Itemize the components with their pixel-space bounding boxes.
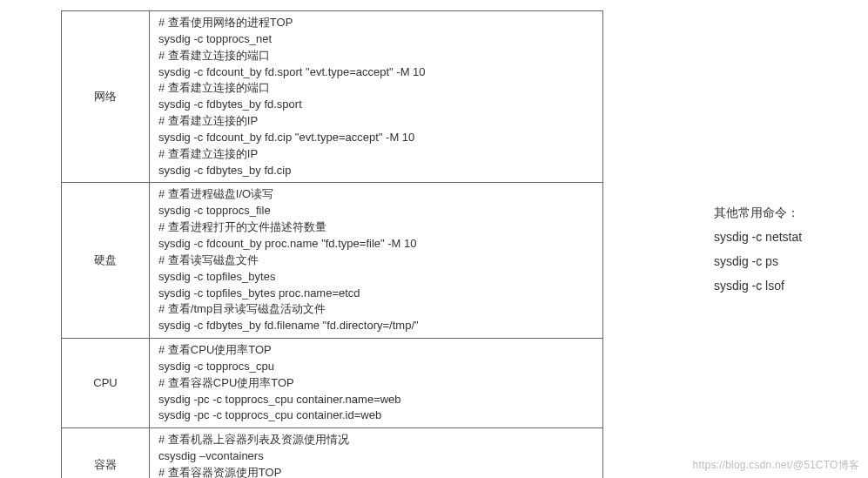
code-line: sysdig -c fdbytes_by fd.filename "fd.dir…	[158, 318, 594, 334]
code-line: sysdig -pc -c topprocs_cpu container.id=…	[158, 407, 594, 424]
code-line: sysdig -c fdcount_by proc.name "fd.type=…	[158, 236, 594, 252]
main-wrap: 网络# 查看使用网络的进程TOPsysdig -c topprocs_net# …	[61, 10, 603, 478]
side-line: sysdig -c netstat	[714, 225, 802, 249]
side-line: sysdig -c ps	[714, 249, 802, 273]
commands-table: 网络# 查看使用网络的进程TOPsysdig -c topprocs_net# …	[61, 10, 603, 478]
category-cell: 网络	[62, 11, 150, 183]
category-cell: 容器	[62, 428, 150, 478]
code-line: # 查看建立连接的IP	[158, 113, 594, 130]
code-line: # 查看进程打开的文件描述符数量	[158, 219, 594, 236]
code-line: sysdig -c fdbytes_by fd.sport	[158, 97, 594, 113]
code-line: # 查看容器CPU使用率TOP	[158, 375, 594, 392]
side-lines: sysdig -c netstatsysdig -c pssysdig -c l…	[714, 225, 802, 298]
code-line: sysdig -c fdbytes_by fd.cip	[158, 163, 594, 179]
code-cell: # 查看机器上容器列表及资源使用情况csysdig –vcontainers# …	[150, 428, 603, 478]
code-cell: # 查看使用网络的进程TOPsysdig -c topprocs_net# 查看…	[150, 11, 603, 183]
code-line: sysdig -c fdcount_by fd.sport "evt.type=…	[158, 64, 594, 81]
table-row: 硬盘# 查看进程磁盘I/O读写sysdig -c topprocs_file# …	[62, 183, 603, 339]
code-line: sysdig -c topprocs_net	[158, 31, 594, 48]
side-title: 其他常用命令：	[714, 200, 802, 225]
table-row: CPU# 查看CPU使用率TOPsysdig -c topprocs_cpu# …	[62, 339, 603, 428]
commands-tbody: 网络# 查看使用网络的进程TOPsysdig -c topprocs_net# …	[62, 11, 603, 479]
category-cell: CPU	[62, 339, 150, 428]
table-row: 容器# 查看机器上容器列表及资源使用情况csysdig –vcontainers…	[62, 428, 603, 478]
side-line: sysdig -c lsof	[714, 273, 802, 298]
code-line: # 查看建立连接的端口	[158, 80, 594, 97]
code-line: sysdig -c topfiles_bytes	[158, 269, 594, 286]
code-line: # 查看CPU使用率TOP	[158, 342, 594, 359]
table-row: 网络# 查看使用网络的进程TOPsysdig -c topprocs_net# …	[62, 11, 603, 183]
code-line: # 查看使用网络的进程TOP	[158, 15, 594, 31]
code-line: sysdig -pc -c topprocs_cpu container.nam…	[158, 392, 594, 408]
code-line: sysdig -c topprocs_file	[158, 203, 594, 219]
code-line: # 查看容器资源使用TOP	[158, 465, 594, 478]
code-line: # 查看/tmp目录读写磁盘活动文件	[158, 301, 594, 318]
side-panel: 其他常用命令： sysdig -c netstatsysdig -c pssys…	[714, 200, 802, 298]
code-line: sysdig -c fdcount_by fd.cip "evt.type=ac…	[158, 130, 594, 146]
watermark: https://blog.csdn.net/@51CTO博客	[693, 458, 859, 473]
category-cell: 硬盘	[62, 183, 150, 339]
code-line: # 查看读写磁盘文件	[158, 252, 594, 269]
code-line: # 查看建立连接的端口	[158, 48, 594, 64]
code-line: sysdig -c topfiles_bytes proc.name=etcd	[158, 286, 594, 302]
code-line: # 查看机器上容器列表及资源使用情况	[158, 432, 594, 448]
code-line: csysdig –vcontainers	[158, 448, 594, 465]
code-cell: # 查看CPU使用率TOPsysdig -c topprocs_cpu# 查看容…	[150, 339, 603, 428]
code-line: sysdig -c topprocs_cpu	[158, 359, 594, 375]
code-line: # 查看建立连接的IP	[158, 146, 594, 163]
code-cell: # 查看进程磁盘I/O读写sysdig -c topprocs_file# 查看…	[150, 183, 603, 339]
code-line: # 查看进程磁盘I/O读写	[158, 186, 594, 203]
